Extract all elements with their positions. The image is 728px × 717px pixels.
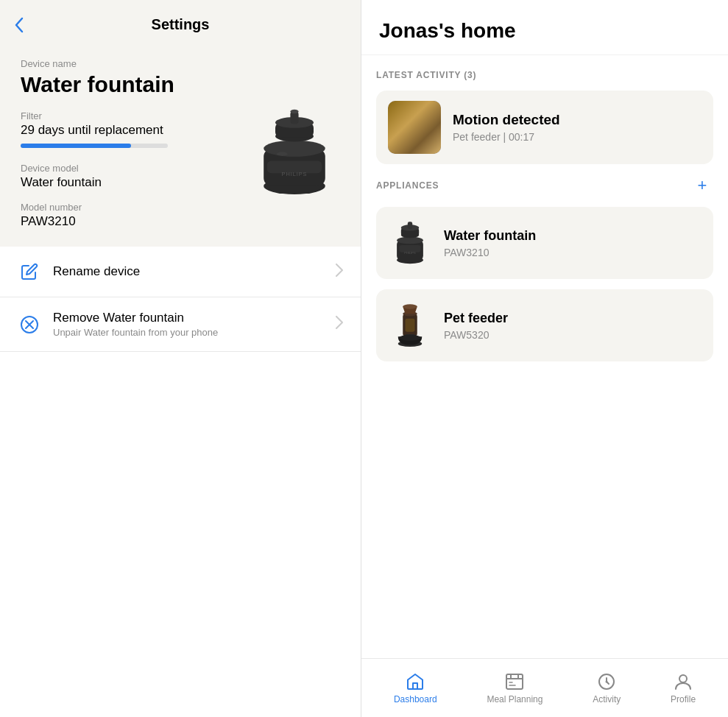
- device-info-section: Device name Water fountain Filter 29 day…: [0, 45, 361, 247]
- remove-title: Remove Water fountain: [53, 311, 336, 325]
- remove-icon: [18, 313, 41, 336]
- nav-item-profile[interactable]: Profile: [659, 666, 707, 710]
- remove-device-item[interactable]: Remove Water fountain Unpair Water fount…: [0, 297, 361, 352]
- device-image: PHILIPS: [243, 104, 346, 207]
- svg-point-10: [277, 152, 288, 156]
- svg-rect-25: [406, 318, 415, 331]
- activity-thumbnail: [388, 101, 441, 154]
- activity-label: Activity: [593, 694, 621, 704]
- activity-section-title: LATEST ACTIVITY (3): [376, 70, 476, 80]
- rename-action-text: Rename device: [53, 264, 336, 279]
- profile-label: Profile: [671, 694, 696, 704]
- activity-icon: [597, 672, 616, 691]
- model-number-value: PAW3210: [21, 214, 102, 229]
- svg-text:PHILIPS: PHILIPS: [404, 251, 416, 255]
- actions-section: Rename device Remove Water fountain Unpa…: [0, 247, 361, 717]
- svg-point-27: [399, 334, 420, 340]
- filter-progress-fill: [21, 144, 131, 148]
- pet-feeder-model: PAW5320: [444, 329, 508, 341]
- right-content: LATEST ACTIVITY (3) Motion detected Pet …: [361, 55, 728, 658]
- remove-chevron-icon: [336, 316, 343, 333]
- left-panel: Settings Device name Water fountain Filt…: [0, 0, 361, 717]
- edit-icon: [18, 260, 41, 283]
- rename-device-item[interactable]: Rename device: [0, 247, 361, 297]
- water-fountain-model: PAW3210: [444, 247, 536, 258]
- pet-feeder-info: Pet feeder PAW5320: [444, 311, 508, 341]
- add-appliance-button[interactable]: +: [691, 174, 713, 197]
- settings-title: Settings: [152, 16, 210, 33]
- appliance-card-water-fountain[interactable]: PHILIPS Water fountain PAW3210: [376, 207, 713, 279]
- pet-feeder-icon: [388, 300, 432, 351]
- model-number-label: Model number: [21, 202, 102, 213]
- device-model-value: Water fountain: [21, 175, 102, 190]
- device-name-label: Device name: [21, 58, 340, 69]
- water-fountain-info: Water fountain PAW3210: [444, 228, 536, 258]
- dashboard-label: Dashboard: [394, 694, 437, 704]
- filter-progress-bar: [21, 144, 168, 148]
- svg-rect-19: [408, 222, 413, 229]
- activity-subtitle: Pet feeder | 00:17: [453, 131, 560, 143]
- right-header: Jonas's home: [361, 0, 728, 55]
- device-name-value: Water fountain: [21, 72, 340, 97]
- svg-text:PHILIPS: PHILIPS: [282, 171, 308, 177]
- back-button[interactable]: [15, 17, 24, 33]
- profile-icon: [674, 672, 693, 691]
- activity-info: Motion detected Pet feeder | 00:17: [453, 112, 560, 143]
- activity-section-header: LATEST ACTIVITY (3): [376, 70, 713, 80]
- rename-chevron-icon: [336, 264, 343, 280]
- nav-item-meal-planning[interactable]: Meal Planning: [475, 666, 554, 710]
- activity-thumbnail-image: [388, 101, 441, 154]
- pet-feeder-name: Pet feeder: [444, 311, 508, 326]
- appliances-section-header: APPLIANCES +: [376, 174, 713, 197]
- settings-header: Settings: [0, 0, 361, 45]
- meal-planning-label: Meal Planning: [487, 694, 543, 704]
- svg-point-2: [264, 141, 325, 157]
- remove-action-text: Remove Water fountain Unpair Water fount…: [53, 311, 336, 338]
- svg-point-24: [403, 304, 417, 309]
- svg-rect-28: [506, 674, 523, 689]
- bottom-navigation: Dashboard Meal Planning: [361, 658, 728, 717]
- dashboard-icon: [406, 672, 425, 691]
- rename-title: Rename device: [53, 264, 336, 279]
- model-text: Device model Water fountain Model number…: [21, 163, 102, 229]
- water-fountain-large-icon: PHILIPS: [250, 107, 339, 203]
- device-model-label: Device model: [21, 163, 102, 174]
- water-fountain-icon: PHILIPS: [388, 217, 432, 269]
- activity-title: Motion detected: [453, 112, 560, 128]
- svg-point-31: [679, 675, 687, 682]
- right-panel: Jonas's home LATEST ACTIVITY (3) Motion …: [361, 0, 728, 717]
- nav-item-activity[interactable]: Activity: [581, 666, 632, 710]
- meal-planning-icon: [505, 672, 524, 691]
- home-title: Jonas's home: [379, 19, 710, 43]
- remove-subtitle: Unpair Water fountain from your phone: [53, 327, 336, 338]
- svg-point-8: [290, 110, 298, 114]
- water-fountain-name: Water fountain: [444, 228, 536, 244]
- appliance-card-pet-feeder[interactable]: Pet feeder PAW5320: [376, 289, 713, 361]
- nav-item-dashboard[interactable]: Dashboard: [382, 666, 449, 710]
- appliances-section-title: APPLIANCES: [376, 180, 439, 191]
- activity-card[interactable]: Motion detected Pet feeder | 00:17: [376, 91, 713, 164]
- svg-point-30: [606, 680, 608, 682]
